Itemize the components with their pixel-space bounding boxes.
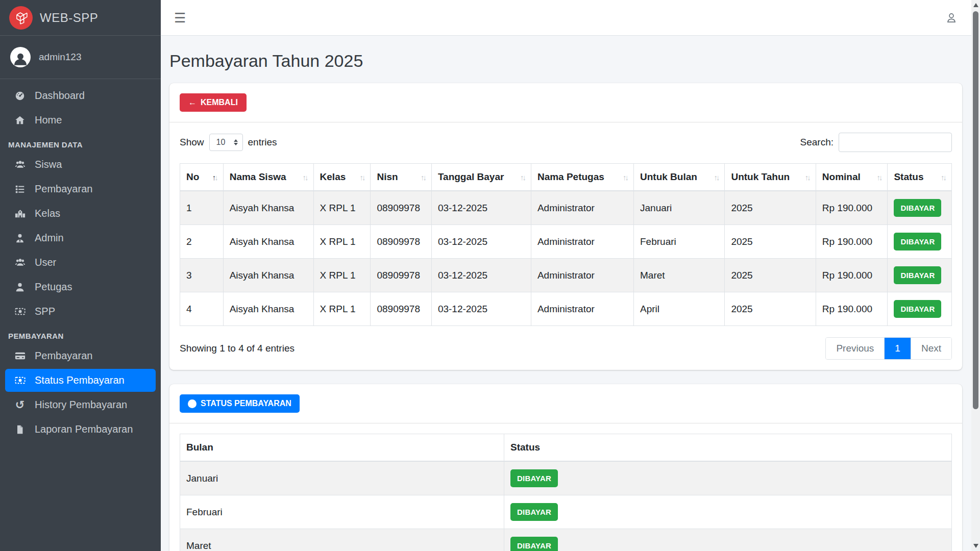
scroll-up-icon[interactable] — [973, 3, 978, 7]
payments-table: No↑↓ Nama Siswa↑↓ Kelas↑↓ Nisn↑↓ Tanggal… — [180, 163, 952, 326]
cell-no: 3 — [180, 259, 224, 292]
sidebar-item-pembayaran-data[interactable]: Pembayaran — [5, 178, 156, 201]
cell-bulan: Januari — [634, 191, 725, 225]
column-header-nominal[interactable]: Nominal↑↓ — [816, 164, 888, 191]
cell-nama: Aisyah Khansa — [223, 191, 313, 225]
table-row: 1 Aisyah Khansa X RPL 1 08909978 03-12-2… — [180, 191, 952, 225]
page-length-value: 10 — [216, 138, 226, 147]
app-window: WEB-SPP admin123 Dashboard Home — [0, 0, 980, 551]
navbar-user-icon[interactable] — [945, 11, 958, 24]
username: admin123 — [39, 52, 81, 63]
column-header-status[interactable]: Status↑↓ — [888, 164, 952, 191]
sort-icon: ↑↓ — [876, 173, 881, 182]
sidebar-item-laporan-pembayaran[interactable]: Laporan Pembayaran — [5, 418, 156, 441]
scrollbar[interactable] — [971, 0, 980, 551]
status-table-row: Januari DIBAYAR — [180, 461, 952, 495]
sidebar-item-pembayaran[interactable]: Pembayaran — [5, 344, 156, 367]
top-navbar: ☰ — [161, 0, 971, 36]
tachometer-icon — [12, 90, 28, 102]
pagination-page-1[interactable]: 1 — [885, 338, 911, 359]
table-info: Showing 1 to 4 of 4 entries — [180, 343, 295, 354]
status-badge-button[interactable]: DIBAYAR — [510, 537, 558, 551]
sort-icon: ↑↓ — [714, 173, 718, 182]
column-header-nama-petugas[interactable]: Nama Petugas↑↓ — [531, 164, 633, 191]
cell-nominal: Rp 190.000 — [816, 191, 888, 225]
home-icon — [12, 115, 28, 126]
cell-tanggal: 03-12-2025 — [431, 292, 531, 326]
search-input[interactable] — [839, 133, 952, 152]
pagination-next[interactable]: Next — [911, 338, 951, 359]
cell-month: Januari — [180, 461, 504, 495]
sidebar-item-spp[interactable]: SPP — [5, 300, 156, 323]
sort-icon: ↑↓ — [805, 173, 810, 182]
sidebar-item-home[interactable]: Home — [5, 109, 156, 132]
scrollbar-thumb[interactable] — [973, 11, 978, 409]
sidebar-item-kelas[interactable]: Kelas — [5, 202, 156, 225]
table-controls: Show 10 entries Search: — [180, 133, 952, 152]
sidebar-item-label: Admin — [35, 232, 64, 244]
status-badge-button[interactable]: DIBAYAR — [510, 469, 558, 487]
sidebar-item-label: Pembayaran — [35, 350, 92, 362]
sidebar-item-admin[interactable]: Admin — [5, 227, 156, 249]
sidebar-item-siswa[interactable]: Siswa — [5, 153, 156, 176]
sidebar-item-status-pembayaran[interactable]: Status Pembayaran — [5, 369, 156, 392]
sidebar-item-label: User — [35, 257, 56, 268]
status-badge-button[interactable]: DIBAYAR — [894, 300, 941, 318]
back-button[interactable]: ← KEMBALI — [180, 93, 247, 112]
cell-nominal: Rp 190.000 — [816, 259, 888, 292]
cell-nama: Aisyah Khansa — [223, 259, 313, 292]
cell-kelas: X RPL 1 — [313, 259, 371, 292]
brand-name: WEB-SPP — [40, 11, 98, 25]
status-badge-button[interactable]: DIBAYAR — [510, 503, 558, 521]
column-header-nama-siswa[interactable]: Nama Siswa↑↓ — [223, 164, 313, 191]
status-badge-button[interactable]: DIBAYAR — [894, 266, 941, 284]
column-header-bulan: Bulan — [180, 434, 504, 462]
cell-no: 4 — [180, 292, 224, 326]
column-header-no[interactable]: No↑↓ — [180, 164, 224, 191]
sidebar-item-label: Siswa — [35, 159, 62, 170]
cell-petugas: Administrator — [531, 191, 633, 225]
sort-icon: ↑↓ — [359, 173, 364, 182]
sidebar-item-label: History Pembayaran — [35, 399, 127, 411]
school-icon — [12, 208, 28, 219]
scroll-down-icon[interactable] — [973, 544, 978, 548]
pagination-previous[interactable]: Previous — [826, 338, 885, 359]
status-pembayaran-button[interactable]: STATUS PEMBAYARAN — [180, 394, 300, 413]
sidebar-item-history-pembayaran[interactable]: ↺ History Pembayaran — [5, 393, 156, 416]
cell-month: Februari — [180, 495, 504, 529]
cell-month: Maret — [180, 529, 504, 551]
column-header-untuk-bulan[interactable]: Untuk Bulan↑↓ — [634, 164, 725, 191]
sort-icon: ↑↓ — [212, 173, 217, 182]
cell-tanggal: 03-12-2025 — [431, 225, 531, 259]
credit-card-icon — [12, 350, 28, 362]
status-badge-button[interactable]: DIBAYAR — [894, 199, 941, 217]
cell-nisn: 08909978 — [371, 292, 431, 326]
menu-toggle-icon[interactable]: ☰ — [174, 11, 186, 24]
cell-kelas: X RPL 1 — [313, 225, 371, 259]
sidebar-item-label: Dashboard — [35, 90, 85, 102]
column-header-tanggal-bayar[interactable]: Tanggal Bayar↑↓ — [431, 164, 531, 191]
status-badge-button[interactable]: DIBAYAR — [894, 233, 941, 251]
user-panel[interactable]: admin123 — [0, 36, 161, 79]
status-card-header: STATUS PEMBAYARAN — [169, 384, 962, 423]
money-bill-icon — [12, 306, 28, 317]
sidebar-item-label: Petugas — [35, 281, 72, 293]
sidebar-section-manajemen-data: MANAJEMEN DATA — [5, 133, 156, 153]
brand-header[interactable]: WEB-SPP — [0, 0, 161, 36]
cell-kelas: X RPL 1 — [313, 191, 371, 225]
sidebar-item-petugas[interactable]: Petugas — [5, 276, 156, 298]
sidebar-item-dashboard[interactable]: Dashboard — [5, 84, 156, 107]
column-header-kelas[interactable]: Kelas↑↓ — [313, 164, 371, 191]
page-length-select[interactable]: 10 — [209, 134, 243, 151]
sort-icon: ↑↓ — [520, 173, 525, 182]
status-card-body: Bulan Status Januari DIBAYAR Februari — [169, 423, 962, 551]
cell-bulan: April — [634, 292, 725, 326]
sidebar-item-user[interactable]: User — [5, 251, 156, 274]
sidebar: WEB-SPP admin123 Dashboard Home — [0, 0, 161, 551]
column-header-untuk-tahun[interactable]: Untuk Tahun↑↓ — [725, 164, 816, 191]
sort-icon: ↑↓ — [623, 173, 627, 182]
sidebar-item-label: Status Pembayaran — [35, 374, 125, 386]
cell-bulan: Februari — [634, 225, 725, 259]
cell-tahun: 2025 — [725, 259, 816, 292]
column-header-nisn[interactable]: Nisn↑↓ — [371, 164, 431, 191]
